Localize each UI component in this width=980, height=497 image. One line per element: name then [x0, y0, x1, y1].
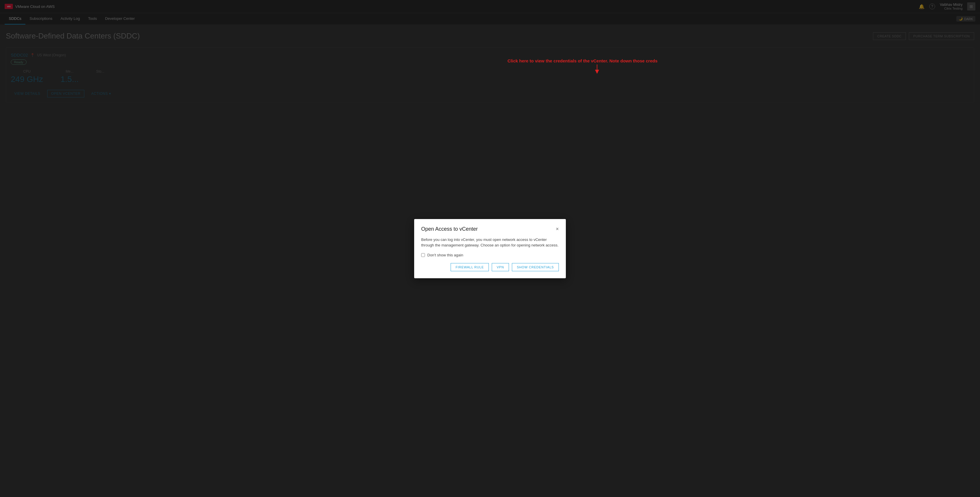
annotation-text: Click here to view the credentials of th… [508, 58, 657, 63]
modal-header: Open Access to vCenter × [421, 226, 559, 232]
modal-footer: FIREWALL RULE VPN SHOW CREDENTIALS [421, 263, 559, 271]
annotation-arrow [508, 64, 657, 74]
vpn-button[interactable]: VPN [492, 263, 509, 271]
dont-show-checkbox[interactable] [421, 253, 425, 257]
arrow-stem [597, 64, 597, 70]
modal-close-button[interactable]: × [555, 226, 559, 232]
firewall-rule-button[interactable]: FIREWALL RULE [450, 263, 489, 271]
dont-show-label: Don't show this again [427, 253, 463, 257]
arrow-head [595, 70, 599, 74]
modal-title: Open Access to vCenter [421, 226, 478, 232]
modal-body: Before you can log into vCenter, you mus… [421, 237, 559, 248]
modal-overlay: Open Access to vCenter × Before you can … [0, 0, 980, 497]
modal-checkbox-row: Don't show this again [421, 253, 559, 257]
show-credentials-button[interactable]: SHOW CREDENTIALS [512, 263, 559, 271]
open-access-modal: Open Access to vCenter × Before you can … [414, 219, 566, 278]
arrow-container [595, 64, 599, 74]
annotation-container: Click here to view the credentials of th… [508, 58, 657, 74]
